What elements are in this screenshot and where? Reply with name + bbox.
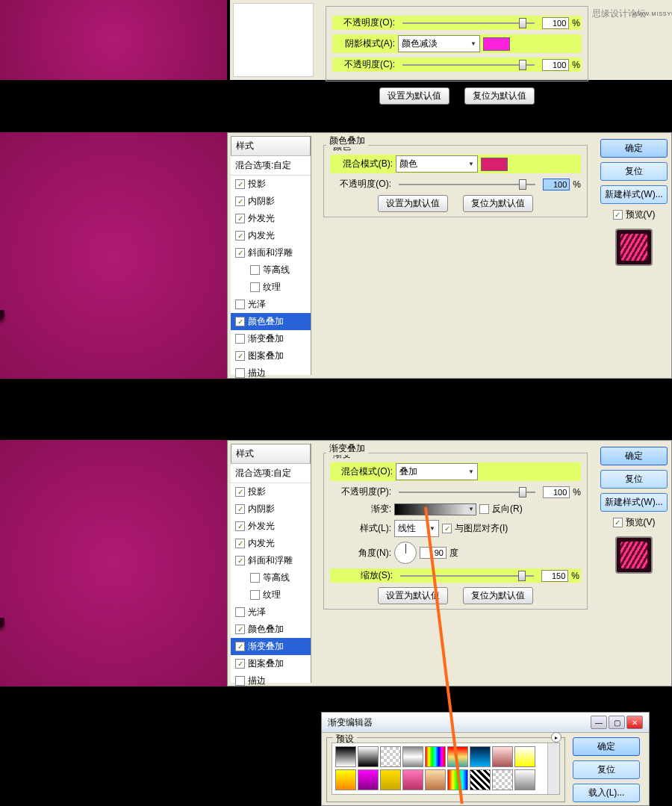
style-item[interactable]: 纹理 — [231, 586, 311, 604]
swatch-color[interactable] — [481, 158, 508, 171]
preset-swatch[interactable] — [470, 746, 491, 767]
checkbox[interactable] — [235, 231, 245, 241]
btn-reset-default[interactable]: 复位为默认值 — [463, 587, 533, 604]
style-item[interactable]: 投影 — [231, 176, 311, 193]
slider-opacity[interactable] — [399, 184, 535, 185]
reset-button[interactable]: 复位 — [600, 470, 668, 489]
minimize-button[interactable]: — — [591, 716, 607, 729]
preset-menu-icon[interactable]: ▸ — [551, 732, 561, 743]
close-button[interactable]: ✕ — [626, 716, 643, 729]
preset-swatch[interactable] — [335, 746, 356, 767]
value-opacity[interactable]: 100 — [543, 179, 570, 190]
swatch-shadow[interactable] — [483, 37, 510, 51]
style-item[interactable]: 渐变叠加 — [231, 330, 311, 347]
maximize-button[interactable]: ▢ — [609, 716, 625, 729]
preset-swatch[interactable] — [425, 746, 446, 767]
preset-swatch[interactable] — [358, 746, 379, 767]
checkbox[interactable] — [235, 179, 245, 189]
preset-swatch[interactable] — [380, 769, 401, 790]
checkbox[interactable] — [250, 282, 260, 292]
checkbox[interactable] — [235, 368, 245, 378]
checkbox[interactable] — [235, 317, 245, 326]
value-scale[interactable]: 150 — [541, 570, 568, 582]
preset-swatch[interactable] — [402, 746, 423, 767]
style-item[interactable]: 颜色叠加 — [231, 621, 311, 638]
preset-swatch[interactable] — [492, 769, 513, 790]
checkbox[interactable] — [235, 196, 245, 206]
checkbox[interactable] — [235, 487, 245, 497]
align-checkbox[interactable] — [442, 524, 452, 533]
blend-options[interactable]: 混合选项:自定 — [231, 464, 311, 483]
style-item[interactable]: 颜色叠加 — [231, 313, 311, 330]
style-item[interactable]: 描边 — [231, 365, 311, 382]
checkbox[interactable] — [235, 521, 245, 531]
style-item[interactable]: 斜面和浮雕 — [231, 552, 311, 569]
style-item[interactable]: 投影 — [231, 483, 311, 500]
style-item[interactable]: 外发光 — [231, 518, 311, 535]
checkbox[interactable] — [235, 504, 245, 514]
dropdown-style[interactable]: 线性▼ — [394, 520, 439, 537]
dropdown-blend-mode[interactable]: 颜色▼ — [396, 155, 478, 173]
slider-opacity[interactable] — [399, 492, 535, 493]
slider-opacity-c[interactable] — [402, 64, 535, 66]
style-item[interactable]: 内阴影 — [231, 500, 311, 518]
scrollbar[interactable] — [547, 743, 559, 794]
checkbox[interactable] — [235, 556, 245, 565]
btn-reset-default[interactable]: 复位为默认值 — [463, 195, 533, 212]
preset-swatch[interactable] — [514, 769, 535, 790]
preset-swatch[interactable] — [402, 769, 423, 790]
dropdown-shadow-mode[interactable]: 颜色减淡▼ — [398, 35, 480, 52]
preset-swatch[interactable] — [470, 769, 491, 790]
preset-swatch[interactable] — [425, 769, 446, 790]
ok-button[interactable]: 确定 — [573, 737, 640, 756]
checkbox[interactable] — [235, 642, 245, 651]
style-item[interactable]: 斜面和浮雕 — [231, 244, 311, 261]
style-item[interactable]: 光泽 — [231, 296, 311, 313]
checkbox[interactable] — [235, 539, 245, 548]
style-item[interactable]: 内阴影 — [231, 193, 311, 210]
style-item[interactable]: 图案叠加 — [231, 655, 311, 672]
ok-button[interactable]: 确定 — [600, 139, 668, 158]
ok-button[interactable]: 确定 — [600, 447, 668, 465]
checkbox[interactable] — [235, 351, 245, 361]
load-button[interactable]: 载入(L)... — [573, 784, 640, 802]
checkbox[interactable] — [235, 248, 245, 258]
checkbox[interactable] — [250, 573, 260, 583]
preset-swatch[interactable] — [335, 769, 356, 790]
preset-swatch[interactable] — [514, 746, 535, 767]
angle-dial[interactable] — [394, 542, 417, 564]
checkbox[interactable] — [235, 607, 245, 617]
reset-button[interactable]: 复位 — [573, 760, 640, 779]
style-item[interactable]: 外发光 — [231, 210, 311, 227]
style-item[interactable]: 等高线 — [231, 261, 311, 279]
btn-reset-default[interactable]: 复位为默认值 — [464, 87, 535, 105]
style-item[interactable]: 光泽 — [231, 604, 311, 621]
reverse-checkbox[interactable] — [479, 504, 489, 514]
btn-set-default[interactable]: 设置为默认值 — [379, 87, 449, 105]
checkbox[interactable] — [235, 300, 245, 309]
style-item[interactable]: 等高线 — [231, 569, 311, 586]
gradient-picker[interactable]: ▼ — [394, 503, 476, 515]
value-opacity-o[interactable]: 100 — [542, 17, 569, 29]
slider-opacity-o[interactable] — [402, 22, 535, 24]
slider-scale[interactable] — [400, 575, 534, 577]
style-item[interactable]: 内发光 — [231, 535, 311, 552]
dropdown-blend-mode[interactable]: 叠加▼ — [396, 463, 478, 480]
checkbox[interactable] — [235, 659, 245, 669]
preview-checkbox[interactable] — [613, 210, 623, 220]
preset-swatch[interactable] — [492, 746, 513, 767]
btn-set-default[interactable]: 设置为默认值 — [378, 195, 448, 212]
checkbox[interactable] — [250, 265, 260, 275]
preset-swatch[interactable] — [358, 769, 379, 790]
style-item[interactable]: 内发光 — [231, 227, 311, 244]
preset-swatch[interactable] — [380, 746, 401, 767]
style-item[interactable]: 描边 — [231, 672, 311, 689]
value-opacity-c[interactable]: 100 — [542, 59, 569, 71]
value-opacity[interactable]: 100 — [543, 486, 570, 498]
checkbox[interactable] — [250, 590, 260, 600]
style-item[interactable]: 图案叠加 — [231, 347, 311, 365]
checkbox[interactable] — [235, 624, 245, 634]
new-style-button[interactable]: 新建样式(W)... — [600, 185, 668, 204]
blend-options[interactable]: 混合选项:自定 — [231, 156, 311, 176]
style-item[interactable]: 纹理 — [231, 279, 311, 296]
